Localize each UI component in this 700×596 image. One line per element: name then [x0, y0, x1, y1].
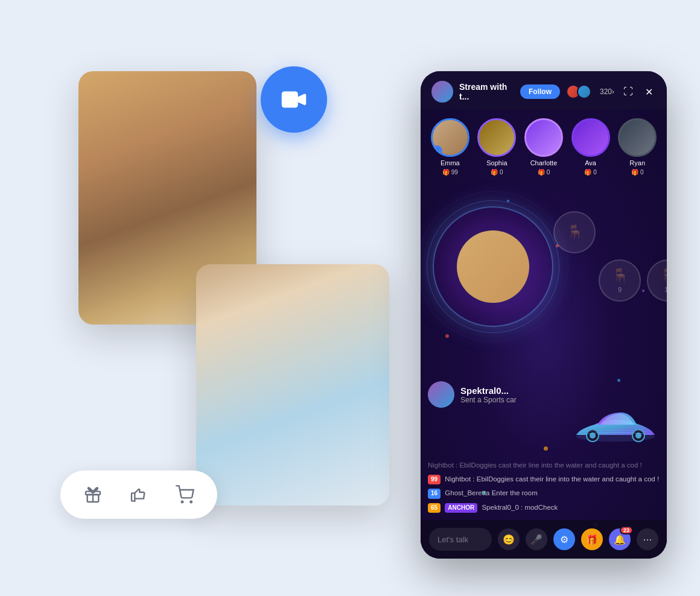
- like-icon: [129, 485, 148, 504]
- participant-charlotte: Charlotte 🎁0: [524, 118, 563, 176]
- chat-text-4: Spektral0_0 : modCheck: [482, 504, 558, 511]
- chat-message-2: 99 Nightbot : EbilDoggies cast their lin…: [428, 474, 660, 485]
- stream-background: 👤 Emma 🎁99 Sophia 🎁0: [421, 110, 667, 559]
- chat-input[interactable]: Let's talk: [429, 528, 492, 551]
- gift-animation-car: [567, 399, 664, 453]
- stream-header: Stream with t... Follow 320› ⛶ ✕: [421, 71, 667, 110]
- participant-gift-sophia: 🎁0: [491, 169, 503, 176]
- participant-name-emma: Emma: [441, 159, 460, 166]
- bottom-icons-card: [60, 471, 217, 519]
- viewer-avatar-2: [577, 84, 591, 99]
- chat-message-3: 16 Ghost_Beretta Enter the room: [428, 488, 660, 499]
- scene: Stream with t... Follow 320› ⛶ ✕: [0, 0, 700, 596]
- participant-avatar-charlotte: [524, 118, 563, 157]
- gift-notif-text: Spektral0... Sent a Sports car: [460, 385, 517, 404]
- like-icon-btn[interactable]: [126, 481, 152, 508]
- gift-sender-name: Spektral0...: [460, 385, 517, 396]
- emoji-button[interactable]: 😊: [498, 528, 520, 550]
- participant-name-sophia: Sophia: [486, 159, 507, 166]
- chat-text-1: Nightbot : EbilDoggies cast their line i…: [428, 461, 642, 469]
- participant-gift-ryan: 🎁0: [631, 169, 644, 176]
- stream-title: Stream with t...: [459, 82, 514, 101]
- chat-text-2: Nightbot : EbilDoggies cast their line i…: [445, 475, 659, 483]
- participant-name-ryan: Ryan: [629, 159, 645, 166]
- seat-icon-8: 🪑: [567, 224, 583, 240]
- notify-button[interactable]: 🔔 23: [609, 528, 631, 550]
- video-call-bubble[interactable]: [261, 66, 327, 133]
- seat-num-9: 9: [618, 286, 622, 293]
- seat-num-10: 10: [664, 286, 667, 293]
- viewer-avatars: [566, 84, 591, 99]
- participant-ava: Ava 🎁0: [571, 118, 610, 176]
- chat-anchor-badge: ANCHOR: [445, 503, 477, 513]
- participant-name-charlotte: Charlotte: [530, 159, 558, 166]
- participant-gift-emma: 🎁99: [442, 169, 458, 176]
- chat-message-4: 65 ANCHOR Spektral0_0 : modCheck: [428, 502, 660, 513]
- video-call-icon: [278, 83, 310, 116]
- gift-icon: [83, 485, 103, 504]
- participant-badge-emma: 👤: [431, 145, 442, 156]
- orb-glow: [433, 206, 553, 327]
- input-bar: Let's talk 😊 🎤 ⚙ 🎁 🔔 23 ···: [421, 520, 667, 559]
- chat-badge-3: 16: [428, 489, 441, 499]
- gift-notif-avatar: [428, 381, 454, 408]
- gift-button[interactable]: 🎁: [581, 528, 603, 550]
- chat-badge-4: 65: [428, 503, 441, 513]
- settings-button[interactable]: ⚙: [553, 528, 575, 550]
- participant-gift-charlotte: 🎁0: [538, 169, 550, 176]
- participant-sophia: Sophia 🎁0: [477, 118, 516, 176]
- participant-ryan: Ryan 🎁0: [618, 118, 657, 176]
- expand-button[interactable]: ⛶: [620, 85, 636, 98]
- seat-icon-10: 🪑: [660, 268, 667, 284]
- gift-message: Sent a Sports car: [460, 396, 517, 404]
- viewer-count: 320›: [600, 87, 614, 96]
- participant-avatar-ryan: [618, 118, 657, 157]
- notify-icon: 🔔: [614, 534, 626, 545]
- participant-avatar-emma: 👤: [431, 118, 469, 157]
- seat-9[interactable]: 🪑 9: [599, 259, 641, 302]
- participant-emma: 👤 Emma 🎁99: [431, 118, 469, 176]
- more-button[interactable]: ···: [637, 528, 658, 550]
- svg-point-3: [190, 501, 192, 503]
- svg-point-2: [182, 501, 183, 503]
- follow-button[interactable]: Follow: [520, 84, 560, 99]
- stream-host-avatar: [431, 81, 453, 103]
- mic-button[interactable]: 🎤: [526, 528, 547, 550]
- center-orb: [433, 206, 553, 327]
- chat-area: Nightbot : EbilDoggies cast their line i…: [421, 455, 667, 518]
- seat-10[interactable]: 🪑 10: [647, 259, 667, 302]
- chat-text-3: Ghost_Beretta Enter the room: [445, 489, 537, 496]
- seat-8[interactable]: 🪑: [553, 211, 596, 253]
- cart-icon: [175, 485, 194, 504]
- participants-row: 👤 Emma 🎁99 Sophia 🎁0: [421, 118, 667, 176]
- chat-message-1: Nightbot : EbilDoggies cast their line i…: [428, 460, 660, 471]
- notify-badge: 23: [620, 526, 633, 534]
- chat-placeholder: Let's talk: [438, 535, 468, 544]
- participant-avatar-ava: [571, 118, 610, 157]
- photo-card-woman: [196, 264, 389, 506]
- participant-gift-ava: 🎁0: [584, 169, 597, 176]
- orb-inner-avatar: [457, 230, 529, 303]
- chat-badge-2: 99: [428, 475, 441, 485]
- participant-avatar-sophia: [477, 118, 516, 157]
- cart-icon-btn[interactable]: [171, 481, 198, 508]
- close-button[interactable]: ✕: [642, 85, 656, 99]
- gift-notification: Spektral0... Sent a Sports car: [428, 381, 517, 408]
- gift-icon-btn[interactable]: [80, 481, 106, 508]
- participant-name-ava: Ava: [585, 159, 596, 166]
- seat-icon-9: 🪑: [612, 268, 628, 284]
- sports-car-svg: [567, 399, 664, 453]
- stream-panel: Stream with t... Follow 320› ⛶ ✕: [421, 71, 667, 559]
